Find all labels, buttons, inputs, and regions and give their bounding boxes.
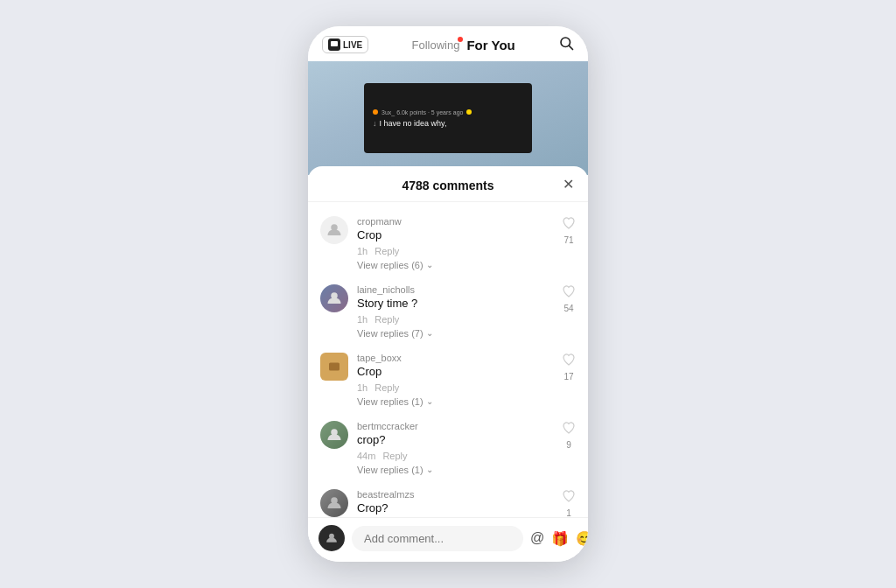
search-button[interactable]	[558, 35, 574, 54]
chevron-down-icon: ⌄	[426, 396, 433, 406]
caption-arrow: ↓	[373, 119, 377, 128]
heart-icon[interactable]	[562, 489, 576, 507]
yellow-dot	[466, 109, 472, 115]
view-replies-text: View replies (1)	[357, 396, 424, 407]
avatar	[320, 284, 348, 312]
video-content: 3ux_ 6.0k points · 5 years ago ↓ I have …	[364, 83, 532, 153]
comment-input[interactable]	[352, 526, 523, 551]
reply-button[interactable]: Reply	[382, 451, 407, 461]
nav-tabs: Following For You	[412, 38, 515, 52]
chevron-down-icon: ⌄	[426, 260, 433, 270]
view-replies-text: View replies (6)	[357, 260, 424, 270]
chevron-down-icon: ⌄	[426, 328, 433, 338]
view-replies-text: View replies (7)	[357, 328, 424, 339]
comment-time: 1h	[357, 246, 368, 256]
like-section: 17	[562, 353, 576, 382]
heart-icon[interactable]	[562, 421, 576, 438]
like-section: 1	[562, 489, 576, 517]
comments-count: 4788 comments	[402, 178, 494, 192]
reply-button[interactable]: Reply	[374, 314, 399, 325]
svg-rect-0	[331, 41, 338, 46]
comment-body: beastrealmzs Crop? 28m Reply	[357, 489, 553, 517]
chevron-down-icon: ⌄	[426, 465, 433, 474]
heart-icon[interactable]	[562, 216, 576, 234]
live-icon	[328, 38, 340, 51]
comment-username: cropmanw	[357, 216, 553, 227]
comment-text: Crop	[357, 365, 553, 380]
tab-for-you[interactable]: For You	[466, 38, 514, 52]
like-count: 1	[566, 508, 571, 517]
comment-body: cropmanw Crop 1h Reply View replies (6) …	[357, 216, 553, 270]
comments-header: 4788 comments ✕	[308, 166, 588, 202]
heart-icon[interactable]	[562, 353, 576, 370]
comment-body: laine_nicholls Story time ? 1h Reply Vie…	[357, 284, 553, 339]
comment-time: 44m	[357, 451, 375, 461]
comment-actions: 1h Reply	[357, 314, 553, 325]
phone-frame: LIVE Following For You 3ux_ 6.0k points	[308, 26, 588, 562]
comment-username: bertmccracker	[357, 421, 553, 431]
like-count: 71	[564, 235, 573, 245]
tab-following[interactable]: Following	[412, 38, 460, 52]
comment-text: Story time ?	[357, 297, 553, 312]
comment-username: beastrealmzs	[357, 489, 553, 500]
video-meta-text: 3ux_ 6.0k points · 5 years ago	[382, 109, 463, 116]
comment-item: beastrealmzs Crop? 28m Reply 1	[308, 482, 588, 517]
top-nav: LIVE Following For You	[308, 26, 588, 61]
comment-time: 1h	[357, 314, 368, 325]
comment-item: tape_boxx Crop 1h Reply View replies (1)…	[308, 346, 588, 414]
gift-button[interactable]: 🎁	[551, 530, 569, 547]
comment-item: laine_nicholls Story time ? 1h Reply Vie…	[308, 277, 588, 346]
video-area: 3ux_ 6.0k points · 5 years ago ↓ I have …	[308, 61, 588, 175]
like-section: 71	[562, 216, 576, 245]
view-replies-button[interactable]: View replies (7) ⌄	[357, 328, 553, 339]
comment-body: tape_boxx Crop 1h Reply View replies (1)…	[357, 353, 553, 407]
view-replies-button[interactable]: View replies (1) ⌄	[357, 396, 553, 407]
input-actions: @ 🎁 😊	[530, 530, 588, 547]
at-button[interactable]: @	[530, 530, 544, 546]
comments-panel: 4788 comments ✕ cropmanw Crop 1h Reply V…	[308, 166, 588, 562]
comment-input-bar: @ 🎁 😊	[308, 517, 588, 562]
reply-button[interactable]: Reply	[374, 382, 399, 393]
comments-list: cropmanw Crop 1h Reply View replies (6) …	[308, 202, 588, 517]
comment-username: tape_boxx	[357, 353, 553, 363]
comment-text: Crop	[357, 228, 553, 243]
view-replies-button[interactable]: View replies (1) ⌄	[357, 465, 553, 475]
comment-text: Crop?	[357, 501, 553, 516]
heart-icon[interactable]	[562, 284, 576, 302]
comment-time: 1h	[357, 382, 368, 393]
like-count: 54	[564, 304, 573, 313]
comment-actions: 44m Reply	[357, 451, 553, 461]
emoji-button[interactable]: 😊	[576, 530, 588, 547]
comment-body: bertmccracker crop? 44m Reply View repli…	[357, 421, 553, 475]
reply-button[interactable]: Reply	[374, 246, 399, 256]
comment-item: cropmanw Crop 1h Reply View replies (6) …	[308, 209, 588, 277]
like-section: 9	[562, 421, 576, 450]
svg-line-3	[569, 46, 572, 49]
view-replies-text: View replies (1)	[357, 465, 424, 475]
like-count: 9	[566, 440, 571, 450]
like-count: 17	[564, 372, 573, 382]
like-section: 54	[562, 284, 576, 313]
comment-actions: 1h Reply	[357, 246, 553, 256]
avatar	[320, 216, 348, 244]
video-meta: 3ux_ 6.0k points · 5 years ago	[373, 109, 523, 116]
comment-item: bertmccracker crop? 44m Reply View repli…	[308, 414, 588, 482]
view-replies-button[interactable]: View replies (6) ⌄	[357, 260, 553, 270]
comment-actions: 1h Reply	[357, 382, 553, 393]
avatar	[320, 421, 348, 449]
live-label: LIVE	[343, 40, 362, 50]
avatar	[320, 353, 348, 381]
user-avatar	[318, 525, 345, 551]
close-button[interactable]: ✕	[563, 176, 574, 192]
live-badge[interactable]: LIVE	[322, 36, 368, 53]
comment-username: laine_nicholls	[357, 284, 553, 295]
video-caption: ↓ I have no idea why,	[373, 119, 523, 128]
following-notification-dot	[458, 37, 463, 42]
orange-dot	[373, 109, 378, 115]
avatar	[320, 489, 348, 517]
comment-text: crop?	[357, 433, 553, 448]
svg-rect-6	[329, 362, 340, 370]
